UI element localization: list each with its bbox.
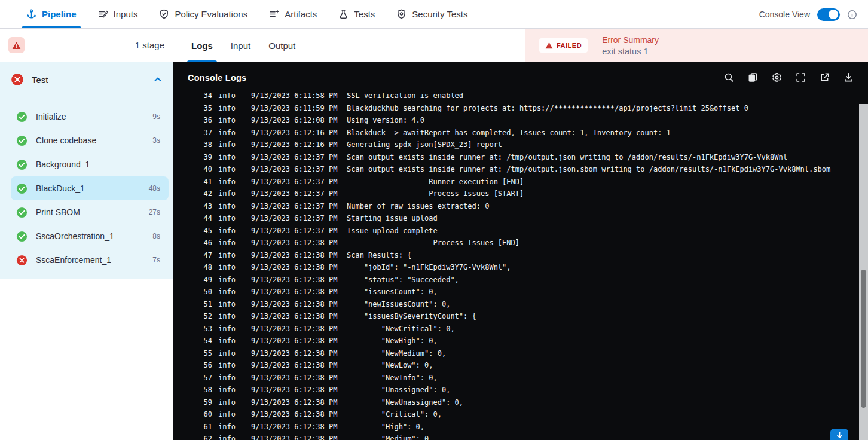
check-circle-icon xyxy=(16,207,27,218)
scrollbar-track[interactable] xyxy=(859,104,868,440)
log-level: info xyxy=(218,93,245,100)
log-tabs: LogsInputOutput xyxy=(173,29,525,62)
log-timestamp: 9/13/2023 6:12:38 PM xyxy=(251,349,341,358)
log-timestamp: 9/13/2023 6:12:38 PM xyxy=(251,337,341,345)
failed-badge-label: FAILED xyxy=(557,42,582,49)
info-icon[interactable] xyxy=(847,10,857,20)
log-tab-input[interactable]: Input xyxy=(231,29,250,62)
log-message: "NewHigh": 0, xyxy=(347,337,438,345)
fullscreen-icon[interactable] xyxy=(796,72,806,82)
log-line-number: 39 xyxy=(200,153,212,161)
log-line: 46info9/13/2023 6:12:38 PM--------------… xyxy=(173,237,859,249)
log-level: info xyxy=(218,325,245,333)
log-timestamp: 9/13/2023 6:12:38 PM xyxy=(251,251,341,259)
console-log-viewport[interactable]: 34info9/13/2023 6:11:58 PMSSL verificati… xyxy=(173,93,859,440)
step-item-print-sbom[interactable]: Print SBOM27s xyxy=(11,200,169,224)
log-tab-output[interactable]: Output xyxy=(268,29,295,62)
log-line: 51info9/13/2023 6:12:38 PM "newIssuesCou… xyxy=(173,298,859,311)
step-item-initialize[interactable]: Initialize9s xyxy=(11,105,169,129)
nav-tab-policy-evaluations[interactable]: Policy Evaluations xyxy=(159,0,247,28)
log-message: Issue upload complete xyxy=(347,227,438,235)
search-icon[interactable] xyxy=(724,72,734,82)
stage-failed-warning-icon[interactable] xyxy=(8,37,25,53)
log-line: 41info9/13/2023 6:12:37 PM--------------… xyxy=(173,176,859,188)
log-line-number: 45 xyxy=(200,227,212,235)
nav-tab-tests[interactable]: Tests xyxy=(338,0,375,28)
nav-tab-security-tests[interactable]: Security Tests xyxy=(396,0,467,28)
log-line-number: 40 xyxy=(200,165,212,173)
log-line-number: 42 xyxy=(200,190,212,198)
log-line: 35info9/13/2023 6:11:59 PMBlackduckhub s… xyxy=(173,102,859,115)
log-timestamp: 9/13/2023 6:12:38 PM xyxy=(251,386,341,394)
log-level: info xyxy=(218,312,245,320)
nav-tab-artifacts[interactable]: Artifacts xyxy=(269,0,317,28)
log-timestamp: 9/13/2023 6:12:16 PM xyxy=(251,129,341,137)
step-item-sscaenforcement_1[interactable]: SscaEnforcement_17s xyxy=(11,248,169,272)
log-level: info xyxy=(218,140,245,149)
log-line-number: 55 xyxy=(200,349,212,358)
log-line-number: 61 xyxy=(200,423,212,431)
step-duration: 9s xyxy=(152,112,160,121)
log-level: info xyxy=(218,129,245,137)
log-timestamp: 9/13/2023 6:12:38 PM xyxy=(251,288,341,296)
error-summary-bar: FAILED Error Summary exit status 1 xyxy=(525,29,868,62)
nav-tab-pipeline[interactable]: Pipeline xyxy=(26,0,77,28)
log-line-number: 53 xyxy=(200,325,212,333)
log-line: 54info9/13/2023 6:12:38 PM "NewHigh": 0, xyxy=(173,335,859,347)
chevron-up-icon[interactable] xyxy=(153,75,163,84)
log-line-number: 54 xyxy=(200,337,212,345)
log-timestamp: 9/13/2023 6:11:59 PM xyxy=(251,104,341,112)
log-message: "NewLow": 0, xyxy=(347,361,433,369)
log-line-number: 37 xyxy=(200,129,212,137)
download-icon[interactable] xyxy=(843,72,854,82)
step-item-background_1[interactable]: Background_1 xyxy=(11,152,169,176)
log-timestamp: 9/13/2023 6:12:38 PM xyxy=(251,410,341,418)
log-timestamp: 9/13/2023 6:12:38 PM xyxy=(251,300,341,308)
stage-summary-bar: 1 stage xyxy=(0,29,173,62)
log-timestamp: 9/13/2023 6:12:38 PM xyxy=(251,276,341,284)
log-timestamp: 9/13/2023 6:12:38 PM xyxy=(251,312,341,320)
log-level: info xyxy=(218,178,245,186)
stage-header[interactable]: Test xyxy=(0,62,173,97)
scroll-to-bottom-button[interactable] xyxy=(830,429,848,440)
log-level: info xyxy=(218,227,245,235)
log-tab-logs[interactable]: Logs xyxy=(191,29,213,62)
log-line: 62info9/13/2023 6:12:38 PM "Medium": 0 xyxy=(173,433,859,440)
log-timestamp: 9/13/2023 6:12:37 PM xyxy=(251,178,341,186)
log-line: 42info9/13/2023 6:12:37 PM--------------… xyxy=(173,188,859,200)
copy-icon[interactable] xyxy=(748,72,758,82)
step-item-sscaorchestration_1[interactable]: SscaOrchestration_18s xyxy=(11,224,169,248)
log-level: info xyxy=(218,251,245,259)
log-line: 36info9/13/2023 6:12:08 PMUsing version:… xyxy=(173,114,859,127)
console-logs-panel: Console Logs 34info9/13/2023 6:11:58 PMS… xyxy=(173,62,868,440)
settings-icon[interactable] xyxy=(772,72,782,82)
log-level: info xyxy=(218,300,245,308)
log-timestamp: 9/13/2023 6:12:37 PM xyxy=(251,153,341,161)
scrollbar-thumb[interactable] xyxy=(861,270,866,408)
step-duration: 27s xyxy=(149,208,160,216)
log-line-number: 62 xyxy=(200,435,212,440)
failed-status-badge: FAILED xyxy=(539,38,588,53)
log-message: "NewCritical": 0, xyxy=(347,325,455,333)
log-line: 43info9/13/2023 6:12:37 PMNumber of raw … xyxy=(173,200,859,213)
log-level: info xyxy=(218,386,245,394)
step-item-blackduck_1[interactable]: BlackDuck_148s xyxy=(11,176,169,200)
log-line: 50info9/13/2023 6:12:38 PM "issuesCount"… xyxy=(173,286,859,298)
log-timestamp: 9/13/2023 6:12:38 PM xyxy=(251,239,341,247)
log-line-number: 36 xyxy=(200,116,212,124)
console-view-toggle[interactable] xyxy=(817,8,840,21)
log-line: 40info9/13/2023 6:12:37 PMScan output ex… xyxy=(173,163,859,176)
log-line-number: 44 xyxy=(200,214,212,222)
pipeline-icon xyxy=(26,9,36,19)
log-level: info xyxy=(218,374,245,382)
log-level: info xyxy=(218,288,245,296)
log-message: Number of raw issues extracted: 0 xyxy=(347,202,489,210)
log-timestamp: 9/13/2023 6:12:08 PM xyxy=(251,116,341,124)
step-duration: 7s xyxy=(152,256,160,264)
nav-tab-inputs[interactable]: Inputs xyxy=(98,0,138,28)
step-item-clone-codebase[interactable]: Clone codebase3s xyxy=(11,129,169,152)
nav-tab-label: Artifacts xyxy=(285,9,317,19)
log-line-number: 43 xyxy=(200,202,212,210)
open-in-new-icon[interactable] xyxy=(820,72,830,82)
log-line-number: 41 xyxy=(200,178,212,186)
